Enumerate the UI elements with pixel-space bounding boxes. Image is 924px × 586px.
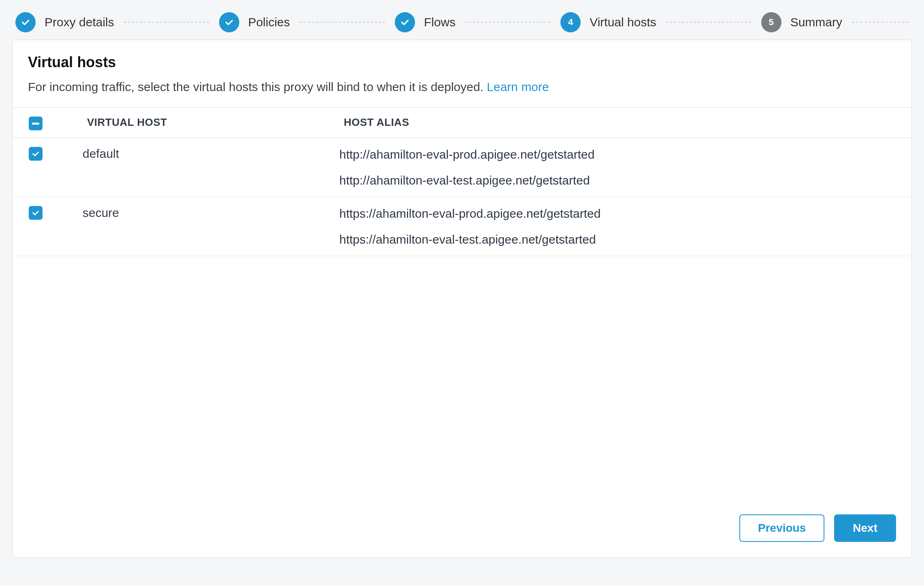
step-virtual-hosts[interactable]: 4 Virtual hosts [560,12,656,32]
step-connector [465,22,551,23]
step-connector [852,22,909,23]
column-header-host-alias: HOST ALIAS [339,107,911,138]
previous-button[interactable]: Previous [739,514,824,542]
step-summary[interactable]: 5 Summary [761,12,842,32]
column-header-virtual-host: VIRTUAL HOST [82,107,339,138]
learn-more-link[interactable]: Learn more [487,80,549,93]
step-label: Policies [248,15,290,29]
check-icon [31,149,40,158]
host-alias: https://ahamilton-eval-prod.apigee.net/g… [339,206,911,221]
card-description-text: For incoming traffic, select the virtual… [28,80,483,93]
host-alias: http://ahamilton-eval-test.apigee.net/ge… [339,173,911,188]
step-number-icon: 4 [560,12,581,32]
card-title: Virtual hosts [28,54,896,71]
check-icon [219,12,239,32]
step-flows[interactable]: Flows [395,12,456,32]
virtual-host-name: default [82,138,339,197]
step-connector [666,22,752,23]
select-all-checkbox[interactable] [29,117,43,130]
table-row: default http://ahamilton-eval-prod.apige… [13,138,911,197]
step-policies[interactable]: Policies [219,12,290,32]
row-checkbox[interactable] [29,147,43,161]
wizard-stepper: Proxy details Policies Flows 4 Virtual h… [12,12,912,40]
step-number-icon: 5 [761,12,781,32]
check-icon [15,12,36,32]
step-proxy-details[interactable]: Proxy details [15,12,114,32]
virtual-hosts-card: Virtual hosts For incoming traffic, sele… [12,40,912,558]
host-alias: http://ahamilton-eval-prod.apigee.net/ge… [339,147,911,162]
step-label: Summary [790,15,842,29]
card-description: For incoming traffic, select the virtual… [28,78,896,96]
step-label: Proxy details [45,15,114,29]
step-connector [124,22,209,23]
check-icon [395,12,415,32]
table-row: secure https://ahamilton-eval-prod.apige… [13,197,911,256]
indeterminate-icon [32,123,39,125]
virtual-hosts-table: VIRTUAL HOST HOST ALIAS default http://a… [13,107,911,256]
step-connector [300,22,385,23]
check-icon [31,208,40,217]
card-footer: Previous Next [13,514,911,557]
host-alias: https://ahamilton-eval-test.apigee.net/g… [339,232,911,247]
virtual-host-name: secure [82,197,339,256]
next-button[interactable]: Next [834,514,896,542]
row-checkbox[interactable] [29,206,43,220]
step-label: Flows [424,15,456,29]
step-label: Virtual hosts [590,15,656,29]
